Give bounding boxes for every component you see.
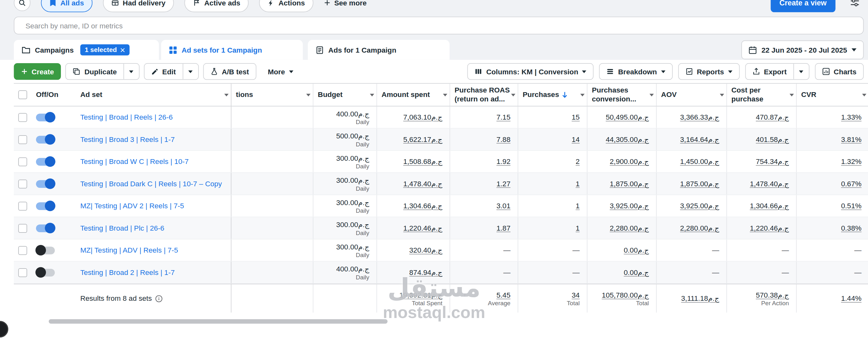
purchases-conversion-cell: 2,280.00ج.م (587, 217, 656, 239)
cost-per-purchase-cell: 754.34ج.م (726, 151, 796, 173)
adset-toggle[interactable] (36, 180, 55, 188)
columns-button[interactable]: Columns: KM | Conversion (467, 63, 594, 80)
row-checkbox[interactable] (18, 157, 27, 166)
caret-down-icon (649, 94, 654, 97)
purchases-cell: 1 (518, 173, 587, 195)
more-button[interactable]: More (261, 63, 301, 80)
row-checkbox[interactable] (18, 135, 27, 144)
filter-chip-active-ads[interactable]: Active ads (185, 0, 249, 12)
footer-purchase-roas: 5.45Average (450, 284, 518, 313)
search-bar (14, 17, 864, 34)
create-a-view-button[interactable]: Create a view (771, 0, 836, 12)
duplicate-button[interactable]: Duplicate (66, 64, 124, 79)
budget-cell[interactable]: 300.00ج.مDaily (313, 151, 377, 173)
table-row: MZ| Testing | ADV 2 | Reels | 7-5 300.00… (14, 195, 868, 218)
filter-chip-label: All ads (60, 0, 84, 7)
aov-cell: 3,366.33ج.م (656, 107, 726, 128)
column-header-budget[interactable]: Budget (313, 84, 377, 106)
info-icon[interactable] (155, 294, 163, 302)
row-checkbox[interactable] (18, 202, 27, 210)
adset-name-link[interactable]: Testing | Broad 3 | Reels | 1-7 (80, 135, 175, 144)
caret-down-icon (580, 94, 585, 97)
search-filter-button[interactable] (14, 0, 30, 11)
copy-icon (73, 67, 80, 75)
bookmark-icon (50, 0, 57, 6)
adset-toggle[interactable] (36, 268, 55, 276)
cvr-cell: 0.51% (796, 195, 868, 217)
amount-spent-cell: 874.94ج.م (377, 261, 450, 283)
caret-down-icon (443, 94, 447, 97)
plus-icon (324, 0, 331, 6)
export-options-button[interactable] (794, 64, 809, 79)
purchase-roas-cell: 1.27 (450, 173, 518, 195)
toggle-knob (45, 156, 56, 167)
adset-toggle[interactable] (36, 136, 55, 143)
adset-name-link[interactable]: MZ| Testing | ADV 2 | Reels | 7-5 (80, 202, 184, 210)
date-range-picker[interactable]: 22 Jun 2025 - 20 Jul 2025 (742, 40, 864, 59)
column-header-tions[interactable]: tions (231, 84, 313, 106)
toolbar-right-group: Columns: KM | Conversion Breakdown Repor… (467, 63, 864, 80)
duplicate-options-button[interactable] (123, 64, 139, 79)
adset-toggle[interactable] (36, 158, 55, 165)
search-input[interactable] (14, 17, 864, 34)
adset-name-link[interactable]: Testing | Broad 2 | Reels | 1-7 (80, 268, 175, 277)
view-settings-button[interactable] (846, 0, 864, 11)
purchases-conversion-cell: 0.00ج.م (587, 261, 656, 283)
row-checkbox[interactable] (18, 179, 27, 188)
table-header-row: Off/On Ad set tions Budget Amount spent (14, 83, 868, 107)
row-checkbox[interactable] (18, 113, 27, 122)
select-all-checkbox[interactable] (18, 90, 27, 99)
adset-name-link[interactable]: Testing | Broad | Reels | 26-6 (80, 113, 173, 121)
column-header-amount-spent[interactable]: Amount spent (377, 84, 450, 106)
folder-icon (22, 45, 31, 54)
filter-chip-all-ads[interactable]: All ads (41, 0, 92, 12)
tab-campaigns[interactable]: Campaigns 1 selected (14, 40, 159, 60)
adset-toggle[interactable] (36, 246, 55, 254)
ab-test-button[interactable]: A/B test (203, 63, 256, 80)
tab-ad-sets[interactable]: Ad sets for 1 Campaign (161, 40, 303, 60)
budget-cell[interactable]: 400.00ج.مDaily (313, 261, 377, 283)
budget-cell[interactable]: 300.00ج.مDaily (313, 239, 377, 261)
adset-name-link[interactable]: MZ| Testing | ADV | Reels | 7-5 (80, 246, 178, 254)
column-header-purchase-roas[interactable]: Purchase ROAS(return on ad... (450, 84, 518, 106)
row-checkbox[interactable] (18, 268, 27, 277)
flask-icon (210, 67, 218, 75)
flag-icon (193, 0, 200, 7)
adset-toggle[interactable] (36, 113, 55, 121)
column-header-cvr[interactable]: CVR (796, 84, 868, 106)
budget-cell[interactable]: 300.00ج.مDaily (313, 173, 377, 195)
column-header-purchases[interactable]: Purchases (518, 84, 587, 106)
filter-chip-had-delivery[interactable]: Had delivery (103, 0, 174, 12)
breakdown-button[interactable]: Breakdown (599, 63, 672, 80)
adset-name-link[interactable]: Testing | Broad | Plc | 26-6 (80, 224, 164, 232)
selected-count-badge[interactable]: 1 selected (80, 44, 130, 56)
caret-down-icon (129, 70, 134, 73)
adset-toggle[interactable] (36, 202, 55, 209)
see-more-button[interactable]: See more (324, 0, 367, 7)
column-header-ad-set[interactable]: Ad set (76, 84, 231, 106)
cost-per-purchase-cell: 470.87ج.م (726, 107, 796, 128)
column-header-aov[interactable]: AOV (656, 84, 726, 106)
budget-cell[interactable]: 500.00ج.مDaily (313, 129, 377, 150)
edit-button[interactable]: Edit (144, 64, 182, 79)
export-button[interactable]: Export (746, 64, 794, 79)
charts-button[interactable]: Charts (815, 63, 864, 80)
row-checkbox[interactable] (18, 224, 27, 232)
results-summary: Results from 8 ad sets (80, 294, 163, 303)
tab-ads[interactable]: Ads for 1 Campaign (308, 40, 450, 60)
budget-cell[interactable]: 300.00ج.مDaily (313, 217, 377, 239)
adset-name-link[interactable]: Testing | Broad W C | Reels | 10-7 (80, 157, 189, 166)
adset-name-link[interactable]: Testing | Broad Dark C | Reels | 10-7 – … (80, 179, 222, 188)
budget-cell[interactable]: 300.00ج.مDaily (313, 195, 377, 217)
horizontal-scrollbar[interactable] (49, 319, 388, 324)
adset-toggle[interactable] (36, 224, 55, 232)
edit-options-button[interactable] (183, 64, 198, 79)
close-icon[interactable] (120, 48, 125, 53)
reports-button[interactable]: Reports (678, 63, 740, 80)
column-header-purchases-conversion[interactable]: Purchasesconversion... (587, 84, 656, 106)
filter-chip-actions[interactable]: Actions (259, 0, 313, 12)
row-checkbox[interactable] (18, 246, 27, 255)
column-header-cost-per-purchase[interactable]: Cost perpurchase (726, 84, 796, 106)
create-button[interactable]: Create (14, 63, 61, 80)
budget-cell[interactable]: 400.00ج.مDaily (313, 107, 377, 128)
